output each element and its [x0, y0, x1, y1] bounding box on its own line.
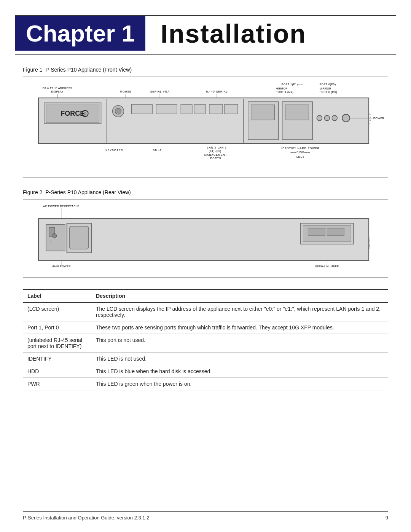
label-cell: HDD [23, 365, 91, 378]
svg-text:·····: ····· [140, 107, 144, 111]
page-footer: P-Series Installation and Operation Guid… [23, 511, 388, 521]
chapter-box: Chapter 1 [15, 16, 145, 51]
svg-text:R: R [370, 119, 371, 121]
svg-text:E0 & E1 IP ADDRESS: E0 & E1 IP ADDRESS [43, 87, 72, 89]
table-row: HDD This LED is blue when the hard disk … [23, 365, 388, 378]
svg-text:AC POWER RECEPTACLE: AC POWER RECEPTACLE [43, 205, 79, 208]
rear-view-svg: AC POWER RECEPTACLE | ○ [23, 200, 388, 276]
desc-cell: This LED is green when the power is on. [91, 378, 388, 390]
figure-1-diagram: E0 & E1 IP ADDRESS DISPLAY MOUSE SERIAL … [23, 77, 388, 178]
svg-rect-30 [251, 105, 275, 120]
svg-text:·····: ····· [164, 107, 169, 111]
svg-text:PORT 0(P0): PORT 0(P0) [319, 83, 336, 86]
svg-text:©: © [84, 112, 86, 116]
table-row: Port 1, Port 0 These two ports are sensi… [23, 321, 388, 334]
svg-point-33 [317, 115, 322, 121]
footer-left: P-Series Installation and Operation Guid… [23, 515, 149, 521]
figure-1-bold: Figure 1 [23, 67, 42, 73]
front-view-svg: E0 & E1 IP ADDRESS DISPLAY MOUSE SERIAL … [23, 77, 388, 176]
svg-text:PORT 1 (M1): PORT 1 (M1) [276, 91, 294, 94]
figure-2-section: Figure 2 P-Series P10 Appliance (Rear Vi… [23, 189, 388, 278]
svg-text:FORCE: FORCE [61, 110, 84, 117]
svg-rect-65 [70, 226, 89, 249]
desc-cell: These two ports are sensing ports throug… [91, 321, 388, 334]
svg-text:HARDWAY: HARDWAY [368, 238, 371, 249]
svg-text:A: A [370, 116, 371, 118]
table-row: (unlabeled RJ-45 serial port next to IDE… [23, 334, 388, 353]
svg-point-34 [324, 115, 330, 121]
chapter-header: Chapter 1 Installation [15, 16, 396, 55]
figure-2-diagram: AC POWER RECEPTACLE | ○ [23, 199, 388, 278]
label-cell: (unlabeled RJ-45 serial port next to IDE… [23, 334, 91, 353]
svg-text:USB x2: USB x2 [150, 149, 162, 152]
svg-text:MOUSE: MOUSE [120, 90, 132, 93]
svg-text:KEYBOARD: KEYBOARD [105, 149, 123, 152]
svg-point-35 [332, 115, 337, 121]
svg-text:PORT 1(P1)——: PORT 1(P1)—— [282, 83, 304, 86]
svg-text:MANAGEMENT: MANAGEMENT [204, 153, 227, 156]
svg-text:DISPLAY: DISPLAY [51, 90, 64, 93]
label-cell: (LCD screen) [23, 302, 91, 321]
svg-rect-26 [209, 104, 223, 114]
svg-text:LEDs: LEDs [296, 155, 304, 158]
figure-1-text: P-Series P10 Appliance (Front View) [45, 67, 132, 73]
description-table: Label Description (LCD screen) The LCD s… [23, 289, 388, 390]
figure-1-caption: Figure 1 P-Series P10 Appliance (Front V… [23, 67, 388, 73]
svg-point-36 [342, 114, 350, 122]
svg-text:|: | [50, 240, 51, 243]
svg-point-19 [115, 108, 121, 114]
svg-text:PORT 0 (M0): PORT 0 (M0) [319, 91, 337, 94]
svg-rect-32 [285, 105, 309, 120]
svg-text:SERIAL   VGA: SERIAL VGA [150, 90, 170, 93]
figure-2-caption: Figure 2 P-Series P10 Appliance (Rear Vi… [23, 189, 388, 195]
chapter-num: 1 [122, 20, 135, 46]
svg-text:POWER: POWER [373, 117, 384, 120]
label-cell: IDENTIFY [23, 353, 91, 365]
svg-text:H: H [370, 113, 371, 115]
desc-cell: The LCD screen displays the IP address o… [91, 302, 388, 321]
table-header-label: Label [23, 289, 91, 302]
main-content: Figure 1 P-Series P10 Appliance (Front V… [23, 55, 388, 390]
table-row: IDENTIFY This LED is not used. [23, 353, 388, 365]
svg-text:MIRROR: MIRROR [276, 87, 288, 90]
svg-rect-69 [327, 228, 344, 236]
desc-cell: This LED is blue when the hard disk is a… [91, 365, 388, 378]
desc-cell: This LED is not used. [91, 353, 388, 365]
svg-text:LAN 2   LAN 1: LAN 2 LAN 1 [207, 146, 227, 149]
table-header-description: Description [91, 289, 388, 302]
desc-cell: This port is not used. [91, 334, 388, 353]
svg-rect-25 [194, 104, 206, 114]
label-cell: PWR [23, 378, 91, 390]
svg-text:RJ-45 SERIAL: RJ-45 SERIAL [206, 90, 228, 93]
table-row: PWR This LED is green when the power is … [23, 378, 388, 390]
svg-text:D: D [370, 122, 371, 125]
page-title: Installation [161, 19, 306, 48]
footer-page-number: 9 [386, 515, 388, 521]
figure-2-bold: Figure 2 [23, 189, 42, 195]
svg-text:MIRROR: MIRROR [319, 87, 331, 90]
svg-rect-68 [308, 228, 325, 236]
svg-text:(E1)    (E0): (E1) (E0) [209, 150, 221, 153]
table-row: (LCD screen) The LCD screen displays the… [23, 302, 388, 321]
svg-text:——DISK——: ——DISK—— [290, 151, 310, 153]
figure-1-section: Figure 1 P-Series P10 Appliance (Front V… [23, 67, 388, 178]
svg-point-61 [52, 233, 57, 238]
svg-rect-27 [225, 104, 238, 114]
svg-text:IDENTIFY  HARD  POWER: IDENTIFY HARD POWER [281, 147, 320, 150]
chapter-word: Chapter [26, 20, 115, 46]
svg-text:○: ○ [52, 241, 53, 244]
figure-2-text: P-Series P10 Appliance (Rear View) [45, 189, 131, 195]
svg-text:PORTS: PORTS [210, 157, 221, 160]
svg-rect-24 [181, 104, 192, 114]
label-cell: Port 1, Port 0 [23, 321, 91, 334]
